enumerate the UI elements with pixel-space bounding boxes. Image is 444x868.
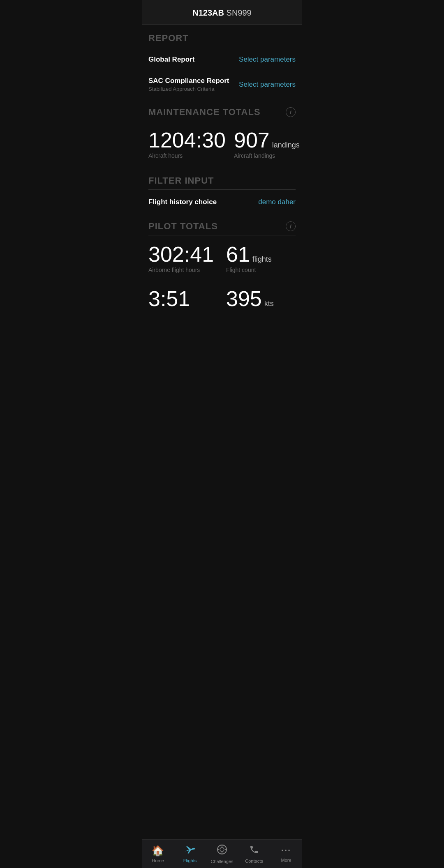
pilot-stats: 302:41 Airborne flight hours 61 flights … (142, 237, 302, 281)
report-section-header: REPORT (142, 25, 302, 47)
filter-section-header: FILTER INPUT (142, 167, 302, 189)
flights-unit: flights (252, 256, 272, 263)
pilot-section-header: PILOT TOTALS i (142, 213, 302, 235)
sac-report-left: SAC Compliance Report Stabilized Approac… (148, 77, 229, 92)
aircraft-hours-label: Aircraft hours (148, 152, 226, 159)
sac-report-label: SAC Compliance Report (148, 77, 229, 85)
landings-unit: landings (272, 141, 300, 149)
main-content: REPORT Global Report Select parameters S… (142, 25, 302, 341)
filter-divider (148, 189, 296, 190)
maintenance-divider (148, 121, 296, 121)
aircraft-id: N123AB SN999 (192, 8, 251, 17)
report-divider (148, 47, 296, 47)
flight-count-value: 61 flights (226, 244, 296, 265)
maintenance-stats: 1204:30 Aircraft hours 907 landings Airc… (142, 123, 302, 167)
global-report-label: Global Report (148, 55, 194, 64)
airborne-hours-value: 302:41 (148, 244, 218, 265)
pilot-title: PILOT TOTALS (148, 221, 218, 232)
airborne-hours-label: Airborne flight hours (148, 267, 218, 273)
sac-report-row: SAC Compliance Report Stabilized Approac… (142, 70, 302, 99)
pilot-divider (148, 235, 296, 235)
global-report-row: Global Report Select parameters (142, 49, 302, 70)
aircraft-landings-label: Aircraft landings (234, 152, 300, 159)
pilot-info-icon[interactable]: i (286, 221, 296, 231)
serial-number: SN999 (227, 8, 252, 17)
pilot-partial-stats: 3:51 395 kts (142, 281, 302, 313)
maintenance-section-header: MAINTENANCE TOTALS i (142, 99, 302, 121)
maintenance-title: MAINTENANCE TOTALS (148, 107, 261, 117)
global-report-left: Global Report (148, 55, 194, 64)
duration-stat: 3:51 (148, 288, 218, 309)
filter-title: FILTER INPUT (148, 175, 214, 186)
aircraft-landings-stat: 907 landings Aircraft landings (234, 129, 300, 159)
sac-report-select-params[interactable]: Select parameters (239, 81, 296, 89)
flight-count-stat: 61 flights Flight count (226, 244, 296, 273)
app-header: N123AB SN999 (142, 0, 302, 25)
maintenance-info-icon[interactable]: i (286, 107, 296, 117)
global-report-select-params[interactable]: Select parameters (239, 55, 296, 64)
aircraft-hours-stat: 1204:30 Aircraft hours (148, 129, 226, 159)
speed-value: 395 kts (226, 288, 296, 309)
speed-unit: kts (264, 300, 274, 307)
airborne-hours-stat: 302:41 Airborne flight hours (148, 244, 218, 273)
flight-history-value[interactable]: demo daher (258, 198, 296, 206)
duration-value: 3:51 (148, 288, 218, 309)
aircraft-landings-value: 907 landings (234, 129, 300, 151)
flight-history-label: Flight history choice (148, 198, 217, 206)
speed-stat: 395 kts (226, 288, 296, 309)
flight-history-row: Flight history choice demo daher (142, 191, 302, 213)
aircraft-hours-value: 1204:30 (148, 129, 226, 151)
flight-count-label: Flight count (226, 267, 296, 273)
report-title: REPORT (148, 33, 189, 43)
sac-report-sublabel: Stabilized Approach Criteria (148, 86, 229, 92)
